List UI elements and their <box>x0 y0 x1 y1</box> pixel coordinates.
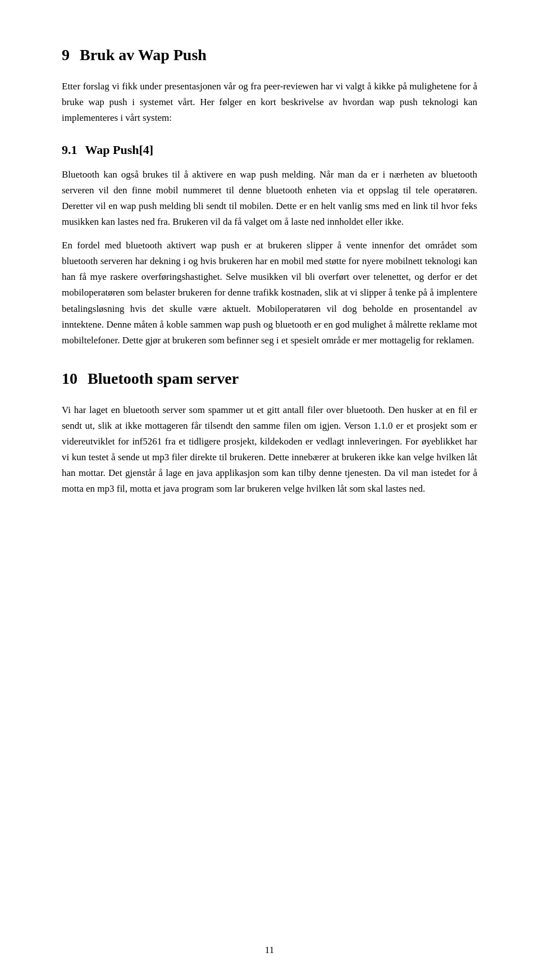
chapter-9-intro: Etter forslag vi fikk under presentasjon… <box>62 79 477 126</box>
section-9-1-para-1: Bluetooth kan også brukes til å aktivere… <box>62 167 477 230</box>
section-9-1-num: 9.1 <box>62 143 77 157</box>
chapter-10: 10Bluetooth spam server Vi har laget en … <box>62 369 477 497</box>
section-9-1-title: 9.1Wap Push[4] <box>62 142 477 158</box>
chapter-10-num: 10 <box>62 370 77 387</box>
section-9-1-para-2: En fordel med bluetooth aktivert wap pus… <box>62 238 477 348</box>
chapter-9-num: 9 <box>62 46 70 63</box>
chapter-10-para-1: Vi har laget en bluetooth server som spa… <box>62 402 477 497</box>
chapter-10-title: 10Bluetooth spam server <box>62 369 477 389</box>
section-9-1-title-text: Wap Push[4] <box>85 143 154 157</box>
chapter-10-title-text: Bluetooth spam server <box>88 370 239 387</box>
section-9-1: 9.1Wap Push[4] Bluetooth kan også brukes… <box>62 142 477 348</box>
chapter-9: 9Bruk av Wap Push Etter forslag vi fikk … <box>62 45 477 348</box>
page: 9Bruk av Wap Push Etter forslag vi fikk … <box>0 0 539 980</box>
chapter-9-title: 9Bruk av Wap Push <box>62 45 477 65</box>
chapter-9-title-text: Bruk av Wap Push <box>80 46 207 63</box>
page-number: 11 <box>0 942 539 958</box>
